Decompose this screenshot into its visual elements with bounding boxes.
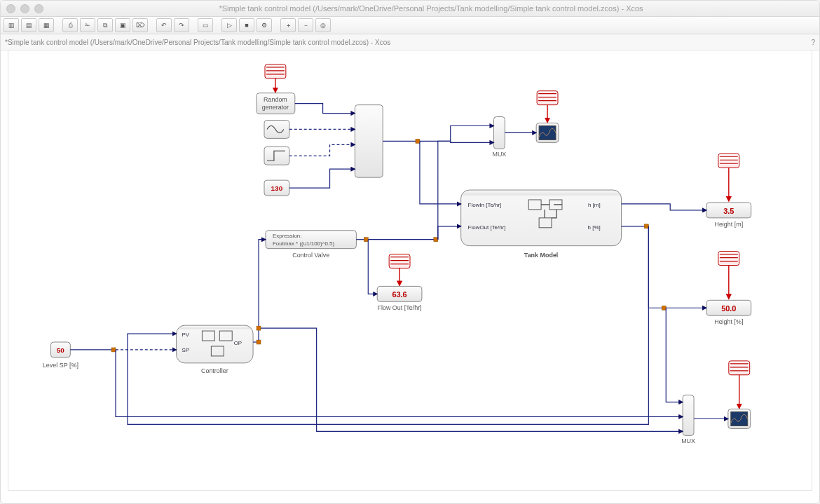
svg-rect-31 xyxy=(364,238,368,242)
tb-cut-button[interactable]: ✁ xyxy=(80,18,95,32)
wire-op-muxbot3[interactable] xyxy=(261,328,683,431)
tb-new-button[interactable]: ▥ xyxy=(4,18,19,32)
window-title: *Simple tank control model (/Users/mark/… xyxy=(48,4,814,13)
tb-start-button[interactable]: ▷ xyxy=(221,18,237,32)
paste-icon: ▣ xyxy=(120,22,126,29)
wire-to-tank-in2[interactable] xyxy=(438,226,461,240)
block-sp-const[interactable]: 50 Level SP [%] xyxy=(43,342,78,369)
play-icon: ▷ xyxy=(227,22,232,29)
svg-rect-22 xyxy=(683,395,694,436)
svg-rect-34 xyxy=(662,306,666,310)
tb-zoomin-button[interactable]: ＋ xyxy=(280,18,296,32)
tank-title: Tank Model xyxy=(524,252,559,259)
block-controller[interactable]: PV SP OP Controller xyxy=(177,325,253,374)
svg-rect-32 xyxy=(434,238,438,242)
block-flowout-display[interactable]: 63.6 Flow Out [Te/hr] xyxy=(377,286,422,311)
tb-undo-button[interactable]: ↶ xyxy=(156,18,172,32)
ctrl-title: Controller xyxy=(201,367,228,374)
block-mux-top[interactable]: MUX xyxy=(492,117,506,158)
ctrl-op: OP xyxy=(234,340,242,346)
diagram-canvas[interactable]: Random generator 130 MUX xyxy=(8,50,812,491)
delete-icon: ⌦ xyxy=(136,22,145,29)
breadcrumb: *Simple tank control model (/Users/mark/… xyxy=(5,39,390,46)
svg-rect-5 xyxy=(729,361,750,375)
hm-cap: Height [m] xyxy=(714,221,743,228)
block-const130[interactable]: 130 xyxy=(264,180,289,196)
const130-value: 130 xyxy=(271,184,283,192)
block-hp-display[interactable]: 50.0 Height [%] xyxy=(706,300,751,325)
block-random-generator[interactable]: Random generator xyxy=(257,93,295,114)
wire-step-to-selector[interactable] xyxy=(289,144,355,156)
flowout-val: 63.6 xyxy=(392,290,406,299)
tb-fit-button[interactable]: ▭ xyxy=(198,18,213,32)
svg-rect-0 xyxy=(265,64,286,79)
tank-in-bot: FlowOut [Te/hr] xyxy=(468,224,506,231)
toolbar: ▥ ▤ ▦ ⎙ ✁ ⧉ ▣ ⌦ ↶ ↷ ▭ ▷ ■ ⚙ ＋ － ◎ xyxy=(1,17,819,34)
expr-caption: Control Valve xyxy=(292,252,329,259)
flowout-cap: Flow Out [Te/hr] xyxy=(378,304,422,311)
block-expression[interactable]: Expression: Foutmax * ((u1/100)^0.5) Con… xyxy=(266,231,356,259)
tb-zoomout-button[interactable]: － xyxy=(298,18,313,32)
svg-rect-7 xyxy=(264,121,289,139)
block-selector[interactable] xyxy=(355,105,383,178)
hp-cap: Height [%] xyxy=(714,318,743,325)
wire-to-tank-in1[interactable] xyxy=(420,141,461,204)
tb-paste-button[interactable]: ▣ xyxy=(115,18,130,32)
mux-top-label: MUX xyxy=(492,151,506,158)
block-tank-model[interactable]: FlowIn [Te/hr] FlowOut [Te/hr] h [m] h [… xyxy=(461,190,622,259)
print-icon: ⎙ xyxy=(69,22,72,29)
random-label1: Random xyxy=(264,96,287,103)
ctrl-pv: PV xyxy=(182,332,190,338)
svg-rect-3 xyxy=(718,154,739,168)
tb-delete-button[interactable]: ⌦ xyxy=(132,18,148,32)
clock-flowout-disp[interactable] xyxy=(389,254,410,286)
wire-to-flowdisp[interactable] xyxy=(368,240,377,294)
gear-icon: ⚙ xyxy=(261,22,267,29)
clock-hp-disp[interactable] xyxy=(718,252,739,299)
titlebar[interactable]: *Simple tank control model (/Users/mark/… xyxy=(1,1,819,17)
wire-op-expr[interactable] xyxy=(259,240,266,340)
mux-bot-label: MUX xyxy=(681,437,695,444)
hp-val: 50.0 xyxy=(721,304,736,313)
wire-random-to-selector[interactable] xyxy=(295,104,355,114)
wire-hm[interactable] xyxy=(622,204,706,210)
svg-rect-37 xyxy=(257,326,261,330)
tank-out-top: h [m] xyxy=(588,202,601,208)
tb-stop-button[interactable]: ■ xyxy=(239,18,254,32)
block-hm-display[interactable]: 3.5 Height [m] xyxy=(706,203,751,228)
zoom-icon[interactable] xyxy=(34,4,43,13)
wire-hp-down1[interactable] xyxy=(648,226,664,308)
help-hint[interactable]: ? xyxy=(811,39,815,46)
block-scope-bottom[interactable] xyxy=(728,409,751,429)
tb-copy-button[interactable]: ⧉ xyxy=(97,18,113,32)
tb-print-button[interactable]: ⎙ xyxy=(62,18,78,32)
tb-redo-button[interactable]: ↷ xyxy=(174,18,189,32)
tb-zoomfit-button[interactable]: ◎ xyxy=(315,18,331,32)
wire-to-mux-top1[interactable] xyxy=(420,125,493,141)
svg-rect-33 xyxy=(644,224,648,229)
block-step[interactable] xyxy=(264,147,289,165)
wire-hp-muxbot1[interactable] xyxy=(666,308,683,402)
sp-val: 50 xyxy=(57,346,65,354)
svg-rect-36 xyxy=(257,340,261,344)
clock-hm-disp[interactable] xyxy=(718,154,739,201)
folder-icon: ▤ xyxy=(26,22,32,29)
svg-rect-2 xyxy=(389,254,410,268)
random-label2: generator xyxy=(262,104,289,111)
wire-const-to-selector[interactable] xyxy=(289,169,355,188)
tb-setup-button[interactable]: ⚙ xyxy=(257,18,272,32)
block-mux-bottom[interactable]: MUX xyxy=(681,395,695,445)
minimize-icon[interactable] xyxy=(20,4,29,13)
svg-rect-30 xyxy=(416,139,420,143)
tb-open-button[interactable]: ▤ xyxy=(21,18,36,32)
clock-scope-top[interactable] xyxy=(537,91,558,123)
clock-random[interactable] xyxy=(265,64,286,93)
svg-rect-35 xyxy=(111,348,116,352)
close-icon[interactable] xyxy=(6,4,15,13)
tank-in-top: FlowIn [Te/hr] xyxy=(468,202,502,208)
tb-save-button[interactable]: ▦ xyxy=(39,18,54,32)
svg-rect-10 xyxy=(355,105,383,178)
clock-scope-bot[interactable] xyxy=(729,361,750,409)
block-sine[interactable] xyxy=(264,121,289,139)
block-scope-top[interactable] xyxy=(536,123,559,143)
